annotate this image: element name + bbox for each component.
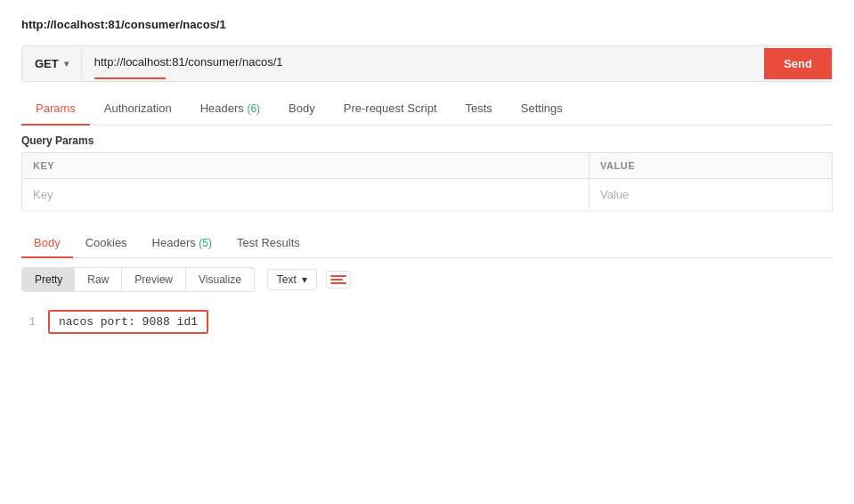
- col-header-key: KEY: [22, 153, 590, 179]
- method-chevron-icon: ▾: [64, 59, 69, 69]
- line-number: 1: [21, 316, 48, 329]
- response-headers-badge: (5): [199, 237, 212, 249]
- tab-settings[interactable]: Settings: [507, 93, 577, 126]
- wrap-line-3: [330, 282, 346, 284]
- method-label: GET: [35, 57, 59, 70]
- code-content: nacos port: 9088 id1: [48, 310, 208, 334]
- response-tab-test-results[interactable]: Test Results: [224, 229, 313, 258]
- wrap-button[interactable]: [326, 271, 351, 289]
- view-btn-raw[interactable]: Raw: [75, 268, 122, 291]
- text-format-chevron-icon: ▾: [302, 273, 307, 286]
- response-tab-headers[interactable]: Headers (5): [140, 229, 224, 258]
- code-line-1: 1 nacos port: 9088 id1: [21, 310, 833, 334]
- wrap-line-2: [330, 279, 343, 280]
- view-btn-visualize[interactable]: Visualize: [186, 268, 254, 291]
- page-url-title: http://localhost:81/consumer/nacos/1: [21, 18, 833, 31]
- send-button[interactable]: Send: [764, 48, 832, 79]
- url-input-wrapper: [82, 46, 764, 81]
- tab-body[interactable]: Body: [274, 93, 329, 126]
- view-btn-pretty[interactable]: Pretty: [22, 268, 75, 291]
- view-button-group: Pretty Raw Preview Visualize: [21, 267, 255, 292]
- request-tabs: Params Authorization Headers (6) Body Pr…: [21, 93, 833, 126]
- tab-params[interactable]: Params: [21, 93, 90, 126]
- value-placeholder: Value: [600, 188, 629, 201]
- text-format-label: Text: [277, 273, 297, 286]
- code-area: 1 nacos port: 9088 id1: [21, 301, 833, 343]
- key-cell[interactable]: Key: [22, 179, 590, 211]
- query-params-label: Query Params: [21, 126, 833, 152]
- tab-tests[interactable]: Tests: [451, 93, 507, 126]
- col-header-value: VALUE: [590, 153, 833, 179]
- key-placeholder: Key: [33, 188, 53, 201]
- url-underline: [94, 77, 166, 79]
- wrap-line-1: [330, 275, 346, 277]
- value-cell[interactable]: Value: [590, 179, 833, 211]
- url-input[interactable]: [82, 46, 764, 77]
- text-format-selector[interactable]: Text ▾: [267, 269, 317, 290]
- response-tabs: Body Cookies Headers (5) Test Results: [21, 229, 833, 258]
- request-bar: GET ▾ Send: [21, 45, 833, 82]
- response-tab-cookies[interactable]: Cookies: [73, 229, 140, 258]
- method-selector[interactable]: GET ▾: [22, 48, 82, 79]
- view-btn-preview[interactable]: Preview: [122, 268, 186, 291]
- headers-badge: (6): [247, 102, 260, 115]
- response-section: Body Cookies Headers (5) Test Results Pr…: [21, 229, 833, 343]
- tab-pre-request-script[interactable]: Pre-request Script: [329, 93, 451, 126]
- table-row: Key Value: [22, 179, 833, 211]
- params-table: KEY VALUE Key Value: [21, 152, 833, 211]
- tab-authorization[interactable]: Authorization: [90, 93, 186, 126]
- body-toolbar: Pretty Raw Preview Visualize Text ▾: [21, 258, 833, 301]
- tab-headers[interactable]: Headers (6): [186, 93, 274, 126]
- response-tab-body[interactable]: Body: [21, 229, 73, 258]
